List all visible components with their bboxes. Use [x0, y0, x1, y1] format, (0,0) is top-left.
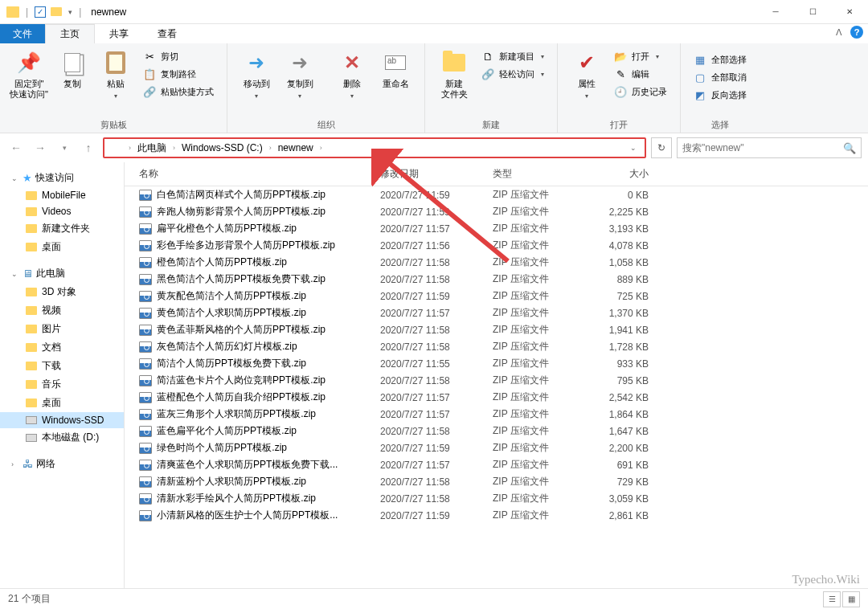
tab-share[interactable]: 共享: [95, 24, 143, 43]
copyto-icon: ➜: [287, 50, 313, 76]
tab-view[interactable]: 查看: [143, 24, 191, 43]
zip-icon: [139, 375, 152, 386]
crumb-folder[interactable]: newnew: [275, 142, 317, 153]
chevron-right-icon[interactable]: ›: [127, 144, 133, 152]
back-button[interactable]: ←: [6, 138, 26, 157]
file-row[interactable]: 简洁个人简历PPT模板免费下载.zip2020/7/27 11:55ZIP 压缩…: [125, 355, 868, 372]
file-row[interactable]: 黄色孟菲斯风格的个人简历PPT模板.zip2020/7/27 11:58ZIP …: [125, 321, 868, 338]
crumb-drive[interactable]: Windows-SSD (C:): [178, 142, 266, 153]
sidebar-item[interactable]: 新建文件夹: [0, 219, 124, 238]
col-size[interactable]: 大小: [589, 167, 665, 181]
file-row[interactable]: 彩色手绘多边形背景个人简历PPT模板.zip2020/7/27 11:56ZIP…: [125, 237, 868, 254]
properties-button[interactable]: ✔ 属性▾: [566, 47, 608, 100]
file-row[interactable]: 清爽蓝色个人求职简历PPT模板免费下载...2020/7/27 11:57ZIP…: [125, 456, 868, 473]
properties-qat-icon[interactable]: ✓: [35, 6, 46, 18]
sidebar-item[interactable]: 视频: [0, 301, 124, 320]
crumb-thispc[interactable]: 此电脑: [134, 141, 170, 155]
help-icon[interactable]: ?: [850, 26, 863, 39]
forward-button[interactable]: →: [31, 138, 50, 157]
search-box[interactable]: 🔍: [677, 137, 862, 158]
status-bar: 21 个项目 ☰ ▦: [0, 588, 868, 609]
history-button[interactable]: 🕘历史记录: [609, 84, 672, 100]
file-row[interactable]: 黄灰配色简洁个人简历PPT模板.zip2020/7/27 11:59ZIP 压缩…: [125, 288, 868, 304]
sidebar-item[interactable]: 音乐: [0, 375, 124, 394]
sidebar-quickaccess[interactable]: ⌄★快速访问: [0, 169, 124, 187]
refresh-button[interactable]: ↻: [651, 137, 672, 158]
pin-quickaccess-button[interactable]: 📌 固定到"快速访问": [8, 47, 50, 100]
qat-dropdown-icon[interactable]: ▾: [67, 8, 72, 16]
sidebar-item[interactable]: 本地磁盘 (D:): [0, 428, 124, 447]
minimize-button[interactable]: ─: [757, 0, 794, 24]
select-none-button[interactable]: ▢全部取消: [689, 69, 751, 85]
rename-button[interactable]: 重命名: [375, 47, 416, 89]
file-size: 1,647 KB: [589, 426, 665, 437]
sidebar-item[interactable]: 3D 对象: [0, 283, 124, 301]
select-all-button[interactable]: ▦全部选择: [689, 51, 751, 67]
chevron-right-icon[interactable]: ›: [171, 144, 177, 152]
edit-button[interactable]: ✎编辑: [609, 66, 672, 82]
file-row[interactable]: 简洁蓝色卡片个人岗位竞聘PPT模板.zip2020/7/27 11:58ZIP …: [125, 372, 868, 389]
sidebar-item[interactable]: 桌面: [0, 238, 124, 256]
file-row[interactable]: 黄色简洁个人求职简历PPT模板.zip2020/7/27 11:57ZIP 压缩…: [125, 304, 868, 321]
address-bar[interactable]: › 此电脑 › Windows-SSD (C:) › newnew › ⌄: [103, 137, 646, 158]
file-row[interactable]: 黑色简洁个人简历PPT模板免费下载.zip2020/7/27 11:58ZIP …: [125, 271, 868, 288]
maximize-button[interactable]: ☐: [794, 0, 831, 24]
zip-icon: [139, 426, 152, 437]
moveto-button[interactable]: ➜ 移动到▾: [235, 47, 277, 100]
sidebar-item[interactable]: Windows-SSD: [0, 412, 124, 428]
copyto-button[interactable]: ➜ 复制到▾: [279, 47, 321, 100]
sidebar-item[interactable]: 图片: [0, 320, 124, 338]
col-date[interactable]: 修改日期: [380, 167, 493, 181]
open-button[interactable]: 📂打开▾: [609, 48, 672, 64]
newfolder-button[interactable]: 新建文件夹: [433, 47, 475, 100]
sidebar-item[interactable]: 桌面: [0, 394, 124, 412]
col-name[interactable]: 名称: [139, 167, 380, 181]
details-view-button[interactable]: ☰: [823, 591, 841, 607]
file-row[interactable]: 蓝色扁平化个人简历PPT模板.zip2020/7/27 11:58ZIP 压缩文…: [125, 423, 868, 439]
file-row[interactable]: 小清新风格的医生护士个人简历PPT模板...2020/7/27 11:59ZIP…: [125, 507, 868, 524]
address-dropdown-icon[interactable]: ⌄: [625, 144, 641, 152]
file-row[interactable]: 橙色简洁个人简历PPT模板.zip2020/7/27 11:58ZIP 压缩文件…: [125, 254, 868, 271]
easyaccess-button[interactable]: 🔗轻松访问▾: [477, 66, 549, 82]
paste-shortcut-button[interactable]: 🔗粘贴快捷方式: [138, 84, 219, 100]
file-row[interactable]: 清新水彩手绘风个人简历PPT模板.zip2020/7/27 11:58ZIP 压…: [125, 490, 868, 507]
file-row[interactable]: 奔跑人物剪影背景个人简历PPT模板.zip2020/7/27 11:59ZIP …: [125, 203, 868, 220]
cut-button[interactable]: ✂剪切: [138, 48, 219, 64]
sidebar-item[interactable]: MobileFile: [0, 187, 124, 203]
select-none-label: 全部取消: [711, 72, 747, 84]
file-row[interactable]: 清新蓝粉个人求职简历PPT模板.zip2020/7/27 11:58ZIP 压缩…: [125, 473, 868, 490]
file-row[interactable]: 蓝灰三角形个人求职简历PPT模板.zip2020/7/27 11:57ZIP 压…: [125, 406, 868, 423]
sidebar-item[interactable]: 下载: [0, 357, 124, 375]
file-row[interactable]: 白色简洁网页样式个人简历PPT模板.zip2020/7/27 11:59ZIP …: [125, 186, 868, 203]
col-type[interactable]: 类型: [493, 167, 589, 181]
copy-button[interactable]: 复制: [51, 47, 93, 89]
zip-icon: [139, 476, 152, 488]
sidebar-item-label: 音乐: [42, 378, 61, 391]
file-row[interactable]: 灰色简洁个人简历幻灯片模板.zip2020/7/27 11:58ZIP 压缩文件…: [125, 338, 868, 355]
tab-file[interactable]: 文件: [0, 24, 45, 43]
file-row[interactable]: 蓝橙配色个人简历自我介绍PPT模板.zip2020/7/27 11:57ZIP …: [125, 389, 868, 406]
recent-dropdown[interactable]: ▾: [55, 138, 74, 157]
sidebar-thispc[interactable]: ⌄🖥此电脑: [0, 264, 124, 283]
paste-button[interactable]: 粘贴 ▾: [95, 47, 137, 100]
sidebar-item[interactable]: 文档: [0, 338, 124, 357]
select-invert-button[interactable]: ◩反向选择: [689, 87, 751, 103]
chevron-right-icon[interactable]: ›: [268, 144, 273, 152]
tab-home[interactable]: 主页: [45, 24, 95, 43]
sidebar-item-label: 3D 对象: [42, 285, 76, 299]
icons-view-button[interactable]: ▦: [842, 591, 860, 607]
collapse-ribbon-icon[interactable]: ᐱ: [836, 27, 842, 38]
search-icon[interactable]: 🔍: [843, 142, 856, 154]
newitem-button[interactable]: 🗋新建项目▾: [477, 48, 549, 64]
file-row[interactable]: 绿色时尚个人简历PPT模板.zip2020/7/27 11:59ZIP 压缩文件…: [125, 439, 868, 456]
copy-path-button[interactable]: 📋复制路径: [138, 66, 219, 82]
file-row[interactable]: 扁平化橙色个人简历PPT模板.zip2020/7/27 11:57ZIP 压缩文…: [125, 220, 868, 237]
sidebar-network[interactable]: ›🖧网络: [0, 455, 124, 473]
delete-button[interactable]: ✕ 删除▾: [331, 47, 373, 100]
folder-qat-icon[interactable]: [51, 7, 62, 16]
up-button[interactable]: ↑: [79, 138, 98, 157]
chevron-right-icon[interactable]: ›: [318, 144, 324, 152]
close-button[interactable]: ✕: [831, 0, 868, 24]
sidebar-item[interactable]: Videos: [0, 203, 124, 219]
search-input[interactable]: [682, 142, 843, 153]
